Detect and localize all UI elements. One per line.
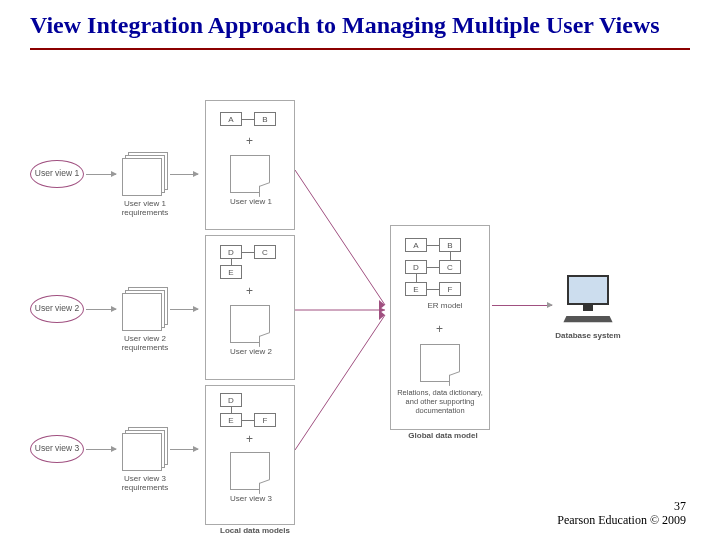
entity-box: A [405,238,427,252]
user-view-3-ellipse: User view 3 [30,435,84,463]
user-view-2-req-label: User view 2 requirements [110,335,180,353]
entity-box: B [254,112,276,126]
local-data-models-label: Local data models [210,527,300,536]
entity-box: D [220,245,242,259]
er-connector-line [427,245,439,246]
page-number: 37 [674,499,686,514]
entity-box: E [405,282,427,296]
user-view-3-doc [230,452,270,490]
plus-icon: + [246,134,253,148]
supporting-doc-label: Relations, data dictionary, and other su… [390,388,490,415]
title-rule [30,48,690,50]
er-connector-line [242,252,254,253]
er-group-3-row1: D [220,393,242,407]
slide-title: View Integration Approach to Managing Mu… [0,0,720,48]
arrow-icon [86,309,116,310]
svg-line-0 [295,170,385,305]
user-view-3-doc-label: User view 3 [216,495,286,504]
global-data-model-label: Global data model [398,432,488,441]
er-model-label: ER model [420,302,470,311]
entity-box: A [220,112,242,126]
arrow-icon [170,174,198,175]
er-connector-line [231,259,232,265]
user-view-2-req-stack [122,287,168,331]
er-group-2-row2: E [220,265,242,279]
er-connector-line [242,119,254,120]
er-connector-line [450,252,451,260]
entity-box: E [220,413,242,427]
user-view-1-doc-label: User view 1 [216,198,286,207]
arrow-icon [86,449,116,450]
database-system-icon [560,275,616,323]
user-view-1-ellipse: User view 1 [30,160,84,188]
arrow-icon [86,174,116,175]
user-view-1-req-label: User view 1 requirements [110,200,180,218]
entity-box: D [405,260,427,274]
converge-arrows-icon [295,160,390,460]
user-view-2-label: User view 2 [35,304,79,313]
plus-icon: + [246,284,253,298]
entity-box: F [439,282,461,296]
entity-box: C [254,245,276,259]
database-system-label: Database system [552,332,624,341]
user-view-1-doc [230,155,270,193]
user-view-1-label: User view 1 [35,169,79,178]
user-view-2-doc [230,305,270,343]
arrow-icon [170,309,198,310]
diagram-area: User view 1 User view 1 requirements A B… [30,100,690,520]
entity-box: E [220,265,242,279]
entity-box: F [254,413,276,427]
svg-line-2 [295,315,385,450]
user-view-3-req-stack [122,427,168,471]
er-connector-line [242,420,254,421]
er-connector-line [416,274,417,282]
er-connector-line [427,267,439,268]
er-connector-line [427,289,439,290]
plus-icon: + [246,432,253,446]
user-view-3-label: User view 3 [35,444,79,453]
plus-icon: + [436,322,443,336]
entity-box: C [439,260,461,274]
user-view-3-req-label: User view 3 requirements [110,475,180,493]
user-view-2-doc-label: User view 2 [216,348,286,357]
global-supporting-doc [420,344,460,382]
entity-box: D [220,393,242,407]
arrow-icon [492,305,552,306]
user-view-2-ellipse: User view 2 [30,295,84,323]
er-connector-line [231,407,232,413]
arrow-icon [170,449,198,450]
entity-box: B [439,238,461,252]
copyright-text: Pearson Education © 2009 [557,513,686,528]
user-view-1-req-stack [122,152,168,196]
